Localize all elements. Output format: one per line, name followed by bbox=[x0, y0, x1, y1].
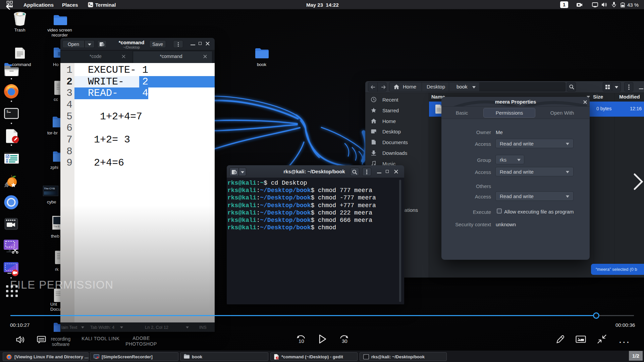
svg-text:$: $ bbox=[89, 3, 91, 6]
svg-text:$: $ bbox=[6, 110, 8, 113]
svg-text:`: ` bbox=[364, 355, 365, 357]
svg-text:10: 10 bbox=[299, 338, 304, 344]
svg-text:30: 30 bbox=[342, 338, 347, 344]
